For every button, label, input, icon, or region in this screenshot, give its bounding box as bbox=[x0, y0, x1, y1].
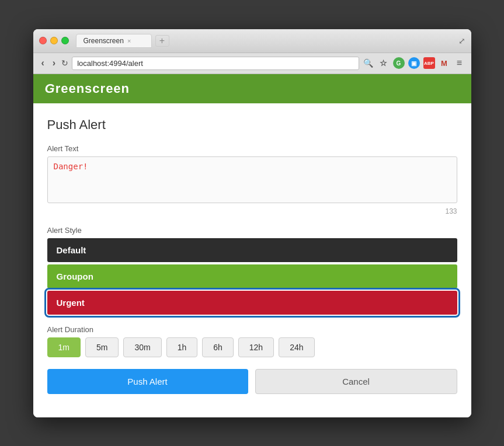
bookmark-icon[interactable]: ☆ bbox=[378, 57, 390, 69]
app-header: Greenscreen bbox=[33, 74, 471, 103]
alert-style-label: Alert Style bbox=[47, 226, 457, 235]
duration-1h-button[interactable]: 1h bbox=[166, 337, 198, 357]
back-button[interactable]: ‹ bbox=[39, 57, 47, 69]
app-logo: Greenscreen bbox=[45, 81, 130, 96]
title-bar: Greenscreen × + ⤢ bbox=[33, 29, 471, 53]
tab-close-icon[interactable]: × bbox=[127, 37, 131, 44]
logo-text: reenscreen bbox=[55, 81, 130, 96]
page-title: Push Alert bbox=[47, 117, 457, 133]
duration-24h-button[interactable]: 24h bbox=[279, 337, 314, 357]
char-count: 133 bbox=[47, 207, 457, 215]
cancel-button[interactable]: Cancel bbox=[255, 369, 457, 394]
alert-text-label: Alert Text bbox=[47, 144, 457, 153]
browser-window: Greenscreen × + ⤢ ‹ › ↻ 🔍 ☆ G ▣ ABP M ≡ … bbox=[33, 29, 471, 417]
alert-text-section: Alert Text Danger! 133 bbox=[47, 144, 457, 215]
duration-5m-button[interactable]: 5m bbox=[85, 337, 119, 357]
alert-text-input[interactable]: Danger! bbox=[47, 156, 457, 203]
push-alert-button[interactable]: Push Alert bbox=[47, 369, 248, 394]
new-tab-button[interactable]: + bbox=[155, 35, 169, 47]
greenscreen-icon[interactable]: G bbox=[393, 57, 405, 69]
logo-g-letter: G bbox=[45, 81, 55, 96]
main-content: Push Alert Alert Text Danger! 133 Alert … bbox=[33, 103, 471, 417]
tab-bar: Greenscreen × + bbox=[76, 34, 454, 48]
style-default-button[interactable]: Default bbox=[47, 238, 457, 262]
expand-icon: ⤢ bbox=[458, 36, 465, 46]
maximize-button[interactable] bbox=[61, 37, 69, 44]
alert-style-section: Alert Style Default Groupon Urgent bbox=[47, 226, 457, 315]
adblock-icon[interactable]: ABP bbox=[423, 57, 435, 69]
search-icon[interactable]: 🔍 bbox=[363, 57, 374, 69]
tab-title: Greenscreen bbox=[84, 37, 124, 45]
gmail-icon[interactable]: M bbox=[439, 57, 450, 69]
address-bar: ‹ › ↻ 🔍 ☆ G ▣ ABP M ≡ bbox=[33, 53, 471, 74]
refresh-button[interactable]: ↻ bbox=[61, 58, 68, 68]
style-urgent-button[interactable]: Urgent bbox=[47, 291, 457, 315]
alert-duration-section: Alert Duration 1m 5m 30m 1h 6h 12h 24h bbox=[47, 325, 457, 357]
url-field[interactable] bbox=[72, 57, 359, 70]
close-button[interactable] bbox=[39, 37, 47, 44]
window-controls bbox=[39, 37, 69, 44]
minimize-button[interactable] bbox=[50, 37, 58, 44]
screen-icon[interactable]: ▣ bbox=[408, 57, 420, 69]
style-options: Default Groupon Urgent bbox=[47, 238, 457, 315]
duration-12h-button[interactable]: 12h bbox=[238, 337, 274, 357]
action-buttons: Push Alert Cancel bbox=[47, 369, 457, 394]
active-tab[interactable]: Greenscreen × bbox=[76, 34, 152, 48]
duration-30m-button[interactable]: 30m bbox=[123, 337, 161, 357]
style-groupon-button[interactable]: Groupon bbox=[47, 264, 457, 288]
forward-button[interactable]: › bbox=[50, 57, 58, 69]
alert-duration-label: Alert Duration bbox=[47, 325, 457, 334]
duration-options: 1m 5m 30m 1h 6h 12h 24h bbox=[47, 337, 457, 357]
duration-6h-button[interactable]: 6h bbox=[202, 337, 234, 357]
duration-1m-button[interactable]: 1m bbox=[47, 337, 81, 357]
browser-icons: 🔍 ☆ G ▣ ABP M ≡ bbox=[363, 57, 465, 69]
menu-icon[interactable]: ≡ bbox=[454, 57, 465, 69]
